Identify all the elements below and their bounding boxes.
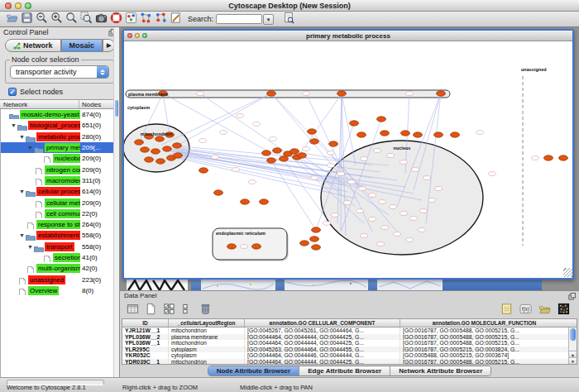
network-node[interactable] [311,176,318,180]
network-node[interactable] [227,244,237,249]
network-node[interactable] [135,140,144,145]
network-node[interactable] [344,201,352,205]
network-edge[interactable] [161,93,271,145]
help-icon[interactable] [108,11,123,25]
search-dropdown-button[interactable]: ▾ [263,14,274,25]
network-node[interactable] [145,157,154,162]
matrix-icon[interactable] [557,302,571,316]
tree-item-macromolecule-m[interactable]: macromolecule m311(0) [1,175,119,186]
network-node[interactable] [434,132,443,137]
network-canvas[interactable]: plasma membranecytoplasmmitochondrionnuc… [124,41,572,277]
network-node[interactable] [369,194,376,198]
tree-item-nucleobase-cont[interactable]: nucleobase-cont209(0) [1,153,119,164]
notes-icon[interactable] [500,302,514,316]
zoom-fit-icon[interactable] [64,11,79,25]
tree-item-unassigned[interactable]: unassigned223(0) [1,274,119,284]
network-node[interactable] [328,164,335,168]
tab-network-attribute-browser[interactable]: Network Attribute Browser [390,366,490,375]
network-node[interactable] [241,245,248,249]
tree-item-biological-process[interactable]: ▼biological_process651(0) [1,120,119,131]
resize-grip[interactable] [563,268,572,277]
network-node[interactable] [412,168,419,172]
network-node[interactable] [310,139,319,144]
network-node[interactable] [410,217,418,221]
tree-scrollbar[interactable] [113,27,119,377]
network-node[interactable] [249,180,256,184]
table-row[interactable]: YPL036W__2plasma membrane[GO:0044464, GO… [122,334,568,341]
network-node[interactable] [559,155,568,160]
tree-item-transport[interactable]: ▼transport558(0) [1,241,119,252]
network-node[interactable] [419,228,426,232]
expand-arrow-icon[interactable]: ▼ [19,186,26,197]
network-node[interactable] [428,198,436,203]
tab-node-attribute-browser[interactable]: Node Attribute Browser [208,366,300,375]
network-node[interactable] [300,241,309,246]
network-node[interactable] [332,213,339,218]
select-nodes-checkbox[interactable]: ✓ [8,88,17,96]
network-view-titlebar[interactable]: primary metabolic process [124,31,572,41]
network-node[interactable] [298,153,307,158]
tab-edge-attribute-browser[interactable]: Edge Attribute Browser [299,366,390,375]
expand-arrow-icon[interactable]: ▼ [19,230,26,241]
network-node[interactable] [532,156,539,160]
network-node[interactable] [270,137,277,141]
network-node[interactable] [359,187,366,191]
network-node[interactable] [350,121,359,126]
tree-item-primary-metabolic-proc[interactable]: ▼primary metabolic proc209(... [1,142,119,153]
network-node[interactable] [437,91,446,96]
column-header[interactable]: _cellularLayoutRegion [169,319,245,327]
network-node[interactable] [489,172,496,176]
network-node[interactable] [420,209,428,213]
network-node[interactable] [323,222,331,226]
select-attributes-icon[interactable] [162,302,176,316]
network-node[interactable] [252,244,261,249]
new-attribute-icon[interactable] [144,302,158,316]
search-input[interactable] [216,14,262,24]
network-node[interactable] [414,132,423,137]
network-node[interactable] [435,187,443,191]
tree-item-nitrogen-compoun[interactable]: nitrogen compoun209(0) [1,164,119,174]
network-node[interactable] [544,155,553,160]
tree-item-cell-communicati[interactable]: cell communicati22(0) [1,208,119,219]
network-node[interactable] [357,132,366,137]
vizmapper-icon[interactable] [123,11,138,25]
tree-item-cellular-process[interactable]: ▼cellular process614(0) [1,186,119,197]
network-node[interactable] [260,199,269,204]
zoom-out-icon[interactable] [34,11,49,25]
network-node[interactable] [262,151,271,155]
network-node[interactable] [273,148,282,153]
network-node[interactable] [241,199,250,204]
table-row[interactable]: YDR039C__1mitochondrion[GO:0044464, GO:0… [122,359,568,364]
network-node[interactable] [290,149,299,154]
expand-arrow-icon[interactable]: ▼ [11,120,17,131]
network-node[interactable] [212,155,219,160]
tree-item-metabolic-process[interactable]: ▼metabolic process280(0) [1,131,119,142]
net-zoom-button[interactable] [142,33,147,38]
network-node[interactable] [451,132,460,137]
tree-item-response-to-stimulu[interactable]: response to stimulu264(0) [1,219,119,230]
network-node[interactable] [369,218,376,222]
tab-network[interactable]: Network [5,39,61,52]
network-node[interactable] [173,143,182,148]
network-node[interactable] [141,147,150,152]
expand-arrow-icon[interactable]: ▼ [27,142,34,153]
network-node[interactable] [303,147,310,151]
layout-2-icon[interactable] [153,11,168,25]
network-node[interactable] [199,139,207,143]
network-node[interactable] [356,209,364,213]
network-node[interactable] [381,226,389,230]
network-node[interactable] [401,131,410,136]
import-icon[interactable] [538,302,552,316]
network-edge[interactable] [175,156,347,192]
unselect-attributes-icon[interactable] [180,302,194,316]
tree-item-secretion[interactable]: secretion41(0) [1,252,119,263]
network-node[interactable] [361,157,368,161]
network-node[interactable] [328,151,335,155]
annotate-icon[interactable] [168,11,183,25]
network-node[interactable] [237,114,244,118]
table-scrollbar[interactable]: ▲ ▼ [568,327,577,364]
network-node[interactable] [377,242,385,246]
tab-mosaic[interactable]: Mosaic [61,39,103,52]
network-edge[interactable] [266,153,316,230]
network-node[interactable] [308,129,317,134]
